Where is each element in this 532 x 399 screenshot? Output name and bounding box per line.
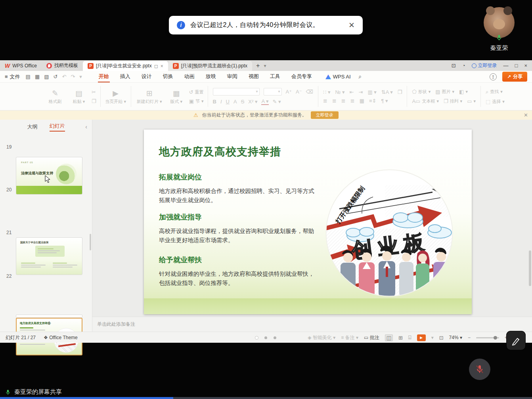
current-slide[interactable]: 地方政府及高校支持举措 拓展就业岗位 地方政府和高校积极合作，通过校园招聘、实习… — [144, 130, 472, 314]
line-spacing-icon[interactable]: ≡⇕ — [369, 98, 376, 104]
skin-icon[interactable]: ◔ — [462, 63, 465, 69]
decrease-font-icon[interactable]: A⁻ — [296, 89, 302, 95]
cut-icon[interactable]: ✂ — [92, 89, 96, 95]
tab-wps-home[interactable]: W WPS Office — [0, 60, 42, 71]
menu-member[interactable]: 会员专享 — [291, 71, 313, 82]
align-right-icon[interactable]: ≣ — [341, 98, 346, 104]
theme-item[interactable]: ❖ Office Theme — [44, 335, 78, 340]
zoom-slider[interactable] — [476, 337, 499, 338]
guest-login-button[interactable]: 立即登录 — [311, 111, 339, 119]
text-direction-icon[interactable]: ⇅A ▾ — [381, 89, 393, 95]
search-icon[interactable]: ⌕ — [359, 73, 362, 80]
print-icon[interactable]: ▧ — [44, 74, 49, 80]
menu-review[interactable]: 审阅 — [226, 71, 238, 82]
align-center-icon[interactable]: ≣ — [332, 98, 337, 104]
more-chevron-icon[interactable]: ▾ — [79, 74, 82, 80]
select-button[interactable]: ⬚选择 ▾ — [486, 99, 505, 105]
mute-microphone-button[interactable] — [469, 359, 490, 380]
annotation-tool-button[interactable] — [507, 331, 525, 350]
participant-tile[interactable]: 秦亚荣 — [476, 7, 522, 52]
cloud-upload-icon[interactable]: ↥ — [490, 73, 497, 80]
outline-color-button[interactable]: ▭ ▾ — [467, 98, 476, 104]
tab-document-active[interactable]: P [只读]毕业生就业安全.pptx ◻ × — [83, 61, 168, 71]
share-button[interactable]: ↗ 分享 — [502, 72, 527, 82]
new-slide-button[interactable]: ⊞ 新建幻灯片 ▾ — [135, 88, 164, 105]
undo-icon[interactable]: ↶ — [62, 74, 66, 80]
sidebar-scrollbar[interactable] — [90, 234, 91, 250]
paste-button[interactable]: ▤ 粘贴 ▾ — [68, 88, 90, 105]
menu-view[interactable]: 视图 — [248, 71, 260, 82]
maximize-button[interactable]: □ — [515, 63, 518, 69]
play-from-current-button[interactable]: ▶ 当页开始 ▾ — [105, 88, 127, 105]
zoom-level[interactable]: 74% ▾ — [449, 335, 462, 340]
clear-format-icon[interactable]: ⌫ — [306, 89, 313, 95]
close-button[interactable]: × — [524, 63, 527, 69]
menu-slideshow[interactable]: 放映 — [205, 71, 217, 82]
bullets-icon[interactable]: ∷ ▾ — [323, 89, 330, 95]
save-icon[interactable]: ▤ — [26, 74, 31, 80]
redo-icon[interactable]: ↷ — [71, 74, 75, 80]
menu-design[interactable]: 设计 — [141, 71, 153, 82]
file-menu[interactable]: ≡ 文件 — [5, 73, 20, 80]
minimize-button[interactable]: — — [503, 63, 509, 69]
slideshow-play-button[interactable]: ▶ — [417, 334, 426, 341]
section-button[interactable]: ▣节 ▾ — [189, 98, 204, 104]
outdent-icon[interactable]: ⇤ — [350, 89, 354, 95]
notification-close-icon[interactable]: ✕ — [348, 21, 355, 30]
reset-button[interactable]: ↺重置 — [189, 89, 204, 95]
zoom-slider-thumb[interactable] — [494, 336, 497, 340]
slide-thumbnail-23-partial[interactable] — [16, 315, 82, 318]
comment-button[interactable]: ▭ 批注 — [364, 334, 379, 341]
collapse-panel-icon[interactable]: ‹ — [85, 124, 87, 130]
font-size-combo[interactable] — [264, 88, 282, 95]
new-tab-button[interactable]: + — [256, 62, 260, 69]
smart-beautify-button[interactable]: ◈ 智能美化 ▾ — [308, 334, 335, 341]
underline-button[interactable]: U — [226, 99, 230, 105]
tab-outline[interactable]: 大纲 — [27, 123, 38, 130]
layout-button[interactable]: ▦ 版式 ▾ — [165, 88, 188, 105]
numbering-icon[interactable]: № ▾ — [335, 89, 344, 95]
slide-thumbnail-20[interactable]: 国家关于毕业生就业政策 — [16, 237, 82, 275]
tab-document[interactable]: P [只读]预防甲流主题班会(1).pptx — [168, 61, 252, 71]
paragraph-settings-icon[interactable]: ¶ ▾ — [381, 98, 388, 104]
increase-font-icon[interactable]: A⁺ — [286, 89, 292, 95]
notes-toggle-button[interactable]: ≡ 备注 ▾ — [341, 334, 358, 341]
superscript-button[interactable]: X² ▾ — [248, 99, 257, 105]
highlight-button[interactable]: ✎ ▾ — [273, 99, 281, 105]
layout-switch-icon[interactable]: ⊡ — [452, 63, 456, 69]
font-color-button[interactable]: A ▾ — [261, 98, 268, 105]
menu-home[interactable]: 开始 — [98, 71, 110, 82]
find-button[interactable]: ⌕查找 ▾ — [486, 89, 505, 95]
normal-view-icon[interactable]: ◫ — [385, 334, 393, 341]
picture-button[interactable]: ▨图片 ▾ — [435, 89, 454, 95]
add-slide-button[interactable]: + — [16, 319, 82, 328]
shadow-button[interactable]: A — [233, 99, 237, 105]
strikethrough-button[interactable]: S — [241, 99, 245, 105]
arrange-button[interactable]: ❐排列 ▾ — [444, 98, 462, 104]
cloud-sync-icon[interactable]: ↺ — [53, 74, 57, 80]
play-options-chevron-icon[interactable]: ▾ — [431, 335, 434, 340]
zoom-out-icon[interactable]: − — [468, 335, 471, 340]
copy-icon[interactable]: ❐ — [92, 98, 96, 104]
tab-slides[interactable]: 幻灯片 — [50, 122, 65, 132]
notes-bar[interactable]: 单击此处添加备注 — [92, 317, 532, 332]
indent-icon[interactable]: ⇥ — [358, 89, 363, 95]
titlebar-login-button[interactable]: 立即登录 — [472, 62, 497, 69]
editor-scrollbar[interactable] — [529, 250, 531, 286]
distribute-icon[interactable]: ▦ — [360, 98, 364, 104]
align-left-icon[interactable]: ≣ — [323, 98, 327, 104]
tab-docer-templates[interactable]: 找稻壳模板 — [42, 60, 83, 71]
menu-tools[interactable]: 工具 — [269, 71, 281, 82]
tab-pin-icon[interactable]: ◻ — [154, 63, 158, 69]
format-painter-button[interactable]: ✎ 格式刷 — [44, 88, 66, 105]
tab-close-icon[interactable]: × — [161, 63, 163, 69]
menu-animation[interactable]: 动画 — [184, 71, 195, 82]
fit-window-icon[interactable]: ⊡ — [439, 335, 444, 341]
columns-icon[interactable]: ▥ ▾ — [367, 89, 376, 95]
menu-insert[interactable]: 插入 — [119, 71, 131, 82]
justify-icon[interactable]: ≣ — [350, 98, 355, 104]
convert-smartart-icon[interactable]: ❐ — [398, 89, 402, 95]
font-family-combo[interactable] — [213, 88, 260, 95]
bold-button[interactable]: B — [213, 99, 216, 105]
textbox-button[interactable]: A▭文本框 ▾ — [412, 98, 439, 104]
